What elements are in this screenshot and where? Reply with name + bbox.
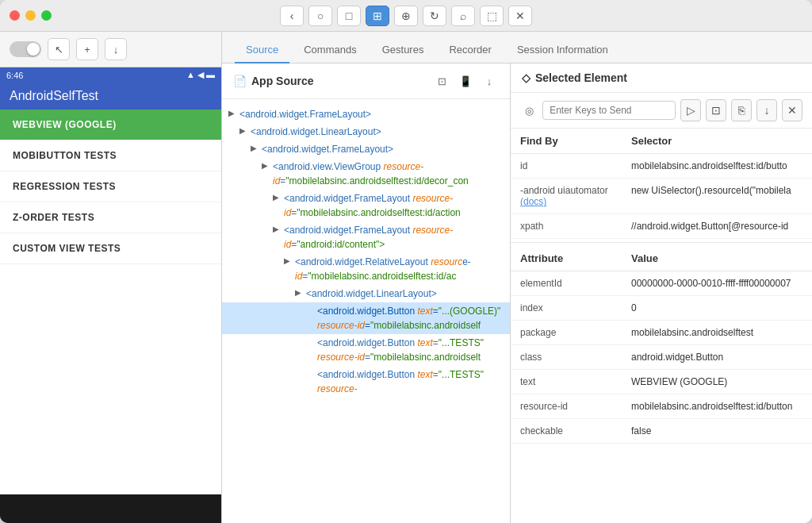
source-panel-header: 📄 App Source ⊡ 📱 ↓ bbox=[222, 63, 510, 99]
menu-item-regression[interactable]: REGRESSION TESTS bbox=[0, 171, 221, 202]
copy-btn[interactable]: ⎘ bbox=[731, 99, 752, 121]
content-area: 📄 App Source ⊡ 📱 ↓ ▶ bbox=[222, 63, 812, 523]
tree-toggle-4a[interactable]: ▶ bbox=[273, 191, 284, 203]
attr-checkable-value: false bbox=[622, 419, 812, 444]
download-source-icon[interactable]: ↓ bbox=[480, 71, 499, 90]
toggle-switch[interactable] bbox=[10, 41, 41, 57]
attr-row-resource-id: resource-id mobilelabsinc.androidselftes… bbox=[511, 394, 812, 419]
send-keys-btn[interactable]: ▷ bbox=[680, 99, 701, 121]
selected-element-panel: ◇ Selected Element ◎ ▷ ⊡ ⎘ ↓ ✕ bbox=[511, 63, 812, 523]
tree-node-7-selected[interactable]: <android.widget.Button text="...(GOOGLE)… bbox=[222, 302, 510, 334]
tap-btn[interactable]: ⊡ bbox=[706, 99, 726, 121]
attr-class-value: android.widget.Button bbox=[622, 345, 812, 370]
search-btn[interactable]: ⌕ bbox=[451, 6, 475, 26]
section-divider bbox=[511, 242, 812, 243]
selected-panel-content: Find By Selector id mobilelabsinc.androi… bbox=[511, 129, 812, 523]
attr-resource-id-label: resource-id bbox=[511, 394, 622, 419]
tree-toggle-5[interactable]: ▶ bbox=[284, 255, 295, 267]
save-btn[interactable]: ↓ bbox=[756, 99, 777, 121]
traffic-lights bbox=[10, 10, 52, 21]
cursor-icon-btn[interactable]: ↖ bbox=[48, 38, 70, 60]
tree-node-6[interactable]: ▶ <android.widget.LinearLayout> bbox=[222, 285, 510, 302]
tree-toggle-6[interactable]: ▶ bbox=[295, 286, 306, 298]
toolbar: ‹ ○ □ ⊞ ⊕ ↻ ⌕ ⬚ ✕ bbox=[280, 6, 532, 26]
selector-row-xpath: xpath //android.widget.Button[@resource-… bbox=[511, 214, 812, 239]
tab-commands[interactable]: Commands bbox=[293, 37, 367, 63]
screenshot-btn[interactable]: ⬚ bbox=[480, 6, 504, 26]
tree-node-4b[interactable]: ▶ <android.widget.FrameLayout resource-i… bbox=[222, 221, 510, 253]
tree-node-7b[interactable]: <android.widget.Button text="...TESTS" r… bbox=[222, 334, 510, 366]
menu-item-customview[interactable]: CUSTOM VIEW TESTS bbox=[0, 233, 221, 264]
delete-btn[interactable]: ✕ bbox=[782, 99, 802, 121]
close-button[interactable] bbox=[10, 10, 20, 21]
attribute-table: Attribute Value elementId 00000000-0000-… bbox=[511, 246, 812, 444]
tree-node-4a[interactable]: ▶ <android.widget.FrameLayout resource-i… bbox=[222, 190, 510, 221]
close-btn[interactable]: ✕ bbox=[508, 6, 532, 26]
device-content: WEBVIEW (GOOGLE) MOBIBUTTON TESTS REGRES… bbox=[0, 110, 221, 494]
source-panel: 📄 App Source ⊡ 📱 ↓ ▶ bbox=[222, 63, 511, 523]
refresh-btn[interactable]: ↻ bbox=[423, 6, 446, 26]
docs-link[interactable]: (docs) bbox=[520, 196, 546, 207]
status-icons: ▲ ◀ ▬ bbox=[186, 70, 215, 80]
device-screen: 6:46 ▲ ◀ ▬ AndroidSelfTest WEBVIEW (GOOG… bbox=[0, 67, 221, 523]
tree-toggle-0[interactable]: ▶ bbox=[228, 107, 239, 119]
menu-item-mobibutton[interactable]: MOBIBUTTON TESTS bbox=[0, 140, 221, 171]
maximize-button[interactable] bbox=[41, 10, 52, 21]
tree-node-2[interactable]: ▶ <android.widget.FrameLayout> bbox=[222, 140, 510, 158]
attr-row-elementid: elementId 00000000-0000-0010-ffff-ffff00… bbox=[511, 271, 812, 296]
menu-item-webview[interactable]: WEBVIEW (GOOGLE) bbox=[0, 110, 221, 140]
square-btn[interactable]: □ bbox=[337, 6, 361, 26]
tree-toggle-1[interactable]: ▶ bbox=[239, 125, 251, 137]
tree-node-1[interactable]: ▶ <android.widget.LinearLayout> bbox=[222, 123, 510, 140]
attr-class-label: class bbox=[511, 345, 622, 370]
attr-row-index: index 0 bbox=[511, 296, 812, 321]
attr-index-value: 0 bbox=[622, 296, 812, 321]
source-panel-toolbar: ⊡ 📱 ↓ bbox=[432, 71, 499, 90]
keys-input[interactable] bbox=[542, 101, 676, 120]
selector-id-value: mobilelabsinc.androidselftest:id/butto bbox=[622, 154, 812, 179]
tree-toggle-3[interactable]: ▶ bbox=[262, 160, 273, 171]
attr-row-package: package mobilelabsinc.androidselftest bbox=[511, 321, 812, 345]
expand-icon[interactable]: ⊡ bbox=[432, 71, 451, 90]
selected-panel-header: ◇ Selected Element bbox=[511, 63, 812, 93]
app-title: AndroidSelfTest bbox=[0, 83, 221, 110]
tree-node-3[interactable]: ▶ <android.view.ViewGroup resource-id="m… bbox=[222, 158, 510, 190]
target-icon[interactable]: ◎ bbox=[520, 101, 538, 120]
app-window: ‹ ○ □ ⊞ ⊕ ↻ ⌕ ⬚ ✕ ↖ + ↓ 6:46 ▲ ◀ ▬ bbox=[0, 0, 812, 523]
selector-row-uiautomator: -android uiautomator(docs) new UiSelecto… bbox=[511, 179, 812, 214]
diamond-icon: ◇ bbox=[522, 71, 530, 84]
tab-recorder[interactable]: Recorder bbox=[438, 37, 502, 63]
attr-package-label: package bbox=[511, 321, 622, 345]
minimize-button[interactable] bbox=[25, 10, 36, 21]
device-time: 6:46 bbox=[6, 71, 23, 80]
tab-session-info[interactable]: Session Information bbox=[506, 37, 619, 63]
attr-elementid-value: 00000000-0000-0010-ffff-ffff00000007 bbox=[622, 271, 812, 296]
tab-source[interactable]: Source bbox=[235, 37, 289, 63]
tree-node-5[interactable]: ▶ <android.widget.RelativeLayout resourc… bbox=[222, 253, 510, 285]
tree-node-0[interactable]: ▶ <android.widget.FrameLayout> bbox=[222, 106, 510, 123]
back-btn[interactable]: ‹ bbox=[280, 6, 304, 26]
attr-text-value: WEBVIEW (GOOGLE) bbox=[622, 370, 812, 394]
value-header: Value bbox=[622, 246, 812, 271]
home-btn[interactable]: ○ bbox=[308, 6, 332, 26]
source-panel-title: 📄 App Source bbox=[233, 75, 314, 87]
selector-row-id: id mobilelabsinc.androidselftest:id/butt… bbox=[511, 154, 812, 179]
attr-elementid-label: elementId bbox=[511, 271, 622, 296]
menu-item-zorder[interactable]: Z-ORDER TESTS bbox=[0, 202, 221, 233]
main-container: ↖ + ↓ 6:46 ▲ ◀ ▬ AndroidSelfTest WEBVIEW… bbox=[0, 32, 812, 523]
attr-row-checkable: checkable false bbox=[511, 419, 812, 444]
tree-toggle-2[interactable]: ▶ bbox=[251, 142, 262, 154]
add-session-btn[interactable]: + bbox=[76, 38, 98, 60]
left-panel: ↖ + ↓ 6:46 ▲ ◀ ▬ AndroidSelfTest WEBVIEW… bbox=[0, 32, 222, 523]
tree-node-7c[interactable]: <android.widget.Button text="...TESTS" r… bbox=[222, 366, 510, 398]
tabs-bar: Source Commands Gestures Recorder Sessio… bbox=[222, 32, 812, 63]
grid-btn[interactable]: ⊞ bbox=[366, 6, 389, 26]
globe-btn[interactable]: ⊕ bbox=[394, 6, 418, 26]
find-by-uiautomator: -android uiautomator(docs) bbox=[511, 179, 622, 214]
right-panel: Source Commands Gestures Recorder Sessio… bbox=[222, 32, 812, 523]
tab-gestures[interactable]: Gestures bbox=[371, 37, 435, 63]
tree-toggle-4b[interactable]: ▶ bbox=[273, 223, 284, 235]
attr-row-class: class android.widget.Button bbox=[511, 345, 812, 370]
download-btn[interactable]: ↓ bbox=[105, 38, 127, 60]
phone-icon[interactable]: 📱 bbox=[456, 71, 475, 90]
